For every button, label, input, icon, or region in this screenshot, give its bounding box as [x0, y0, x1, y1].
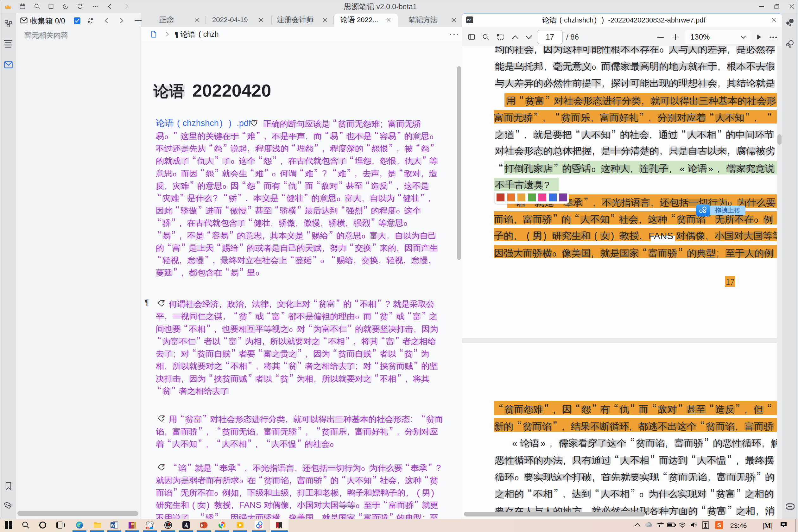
svg-text:W: W: [111, 523, 115, 528]
svg-text:WFM: WFM: [166, 526, 170, 528]
svg-text:M: M: [147, 527, 149, 529]
svg-text:P: P: [201, 523, 203, 528]
svg-text:S: S: [717, 522, 721, 529]
